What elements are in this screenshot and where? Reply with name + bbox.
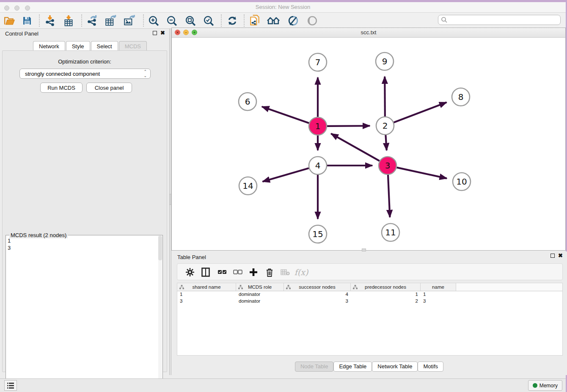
edge-3-1[interactable] bbox=[331, 134, 379, 161]
table-toolbar: f(x) bbox=[177, 263, 563, 280]
column-header-shared-name[interactable]: shared name bbox=[177, 283, 236, 291]
column-header-successor-nodes[interactable]: successor nodes bbox=[284, 283, 351, 291]
table-row[interactable]: 3 dominator 3 2 3 bbox=[177, 298, 562, 305]
delete-column-trash-icon[interactable] bbox=[263, 266, 276, 279]
cell-name[interactable]: 1 bbox=[421, 291, 456, 298]
cell-successor-nodes[interactable]: 3 bbox=[284, 298, 351, 305]
close-window-button[interactable] bbox=[4, 6, 9, 11]
task-history-button[interactable] bbox=[4, 380, 17, 391]
search-input[interactable] bbox=[448, 17, 560, 23]
control-panel: Control Panel ✖ Network Style Select MCD… bbox=[0, 29, 169, 375]
zoom-in-icon[interactable] bbox=[147, 14, 160, 28]
save-session-icon[interactable] bbox=[20, 14, 34, 28]
duplicate-network-icon[interactable] bbox=[248, 14, 261, 28]
export-network-icon[interactable] bbox=[85, 14, 99, 28]
graph-node-label-6: 6 bbox=[245, 97, 250, 107]
network-maximize-icon[interactable]: + bbox=[192, 30, 197, 35]
network-canvas[interactable]: 7968124314101511 bbox=[172, 38, 565, 250]
mcds-result-title: MCDS result (2 nodes) bbox=[9, 232, 68, 238]
export-table-icon[interactable] bbox=[104, 14, 118, 28]
add-column-icon[interactable] bbox=[247, 266, 260, 279]
network-title: scc.txt bbox=[172, 28, 565, 37]
result-scrollbar[interactable] bbox=[158, 236, 162, 392]
cell-mcds-role[interactable]: dominator bbox=[236, 291, 284, 298]
memory-status-icon bbox=[533, 383, 537, 388]
zoom-out-icon[interactable] bbox=[165, 14, 179, 28]
cell-successor-nodes[interactable]: 4 bbox=[284, 291, 351, 298]
edge-3-11[interactable] bbox=[388, 175, 390, 217]
function-builder-icon[interactable]: f(x) bbox=[295, 266, 308, 279]
tab-node-table[interactable]: Node Table bbox=[295, 362, 334, 372]
select-all-rows-icon[interactable] bbox=[216, 266, 228, 279]
houses-icon[interactable] bbox=[267, 14, 280, 28]
toolbar-separator bbox=[244, 14, 245, 27]
open-file-icon[interactable] bbox=[3, 14, 16, 28]
float-panel-icon[interactable] bbox=[153, 31, 157, 35]
table-panel-title: Table Panel bbox=[177, 254, 206, 260]
cell-mcds-role[interactable]: dominator bbox=[236, 298, 284, 305]
edge-1-2[interactable] bbox=[327, 126, 370, 126]
graph-node-label-3: 3 bbox=[385, 160, 391, 171]
cell-shared-name[interactable]: 1 bbox=[177, 291, 236, 298]
cell-predecessor-nodes[interactable]: 1 bbox=[351, 291, 421, 298]
network-view-window: ✕ − + scc.txt 7968124314101511 bbox=[171, 28, 566, 251]
criterion-dropdown[interactable]: strongly connected component ⌃⌄ bbox=[19, 69, 151, 79]
horizontal-splitter-handle[interactable] bbox=[362, 248, 366, 251]
graph-node-label-8: 8 bbox=[458, 92, 464, 102]
edge-2-3[interactable] bbox=[385, 135, 386, 150]
edge-3-10[interactable] bbox=[396, 168, 446, 179]
tab-edge-table[interactable]: Edge Table bbox=[333, 362, 372, 372]
float-table-panel-icon[interactable] bbox=[550, 254, 555, 258]
graph-node-label-7: 7 bbox=[315, 57, 321, 67]
import-table-icon[interactable] bbox=[62, 14, 75, 28]
refresh-icon[interactable] bbox=[226, 14, 239, 28]
eye-icon[interactable] bbox=[306, 14, 319, 28]
close-panel-icon[interactable]: ✖ bbox=[160, 31, 165, 35]
search-field[interactable] bbox=[438, 15, 561, 25]
edge-1-6[interactable] bbox=[262, 107, 309, 123]
show-columns-icon[interactable] bbox=[199, 266, 212, 279]
memory-button[interactable]: Memory bbox=[528, 380, 562, 391]
search-icon bbox=[441, 17, 448, 23]
toolbar-separator bbox=[221, 14, 222, 27]
import-network-icon[interactable] bbox=[43, 14, 57, 28]
cell-predecessor-nodes[interactable]: 2 bbox=[351, 298, 421, 305]
zoom-fit-icon[interactable] bbox=[184, 14, 197, 28]
cell-shared-name[interactable]: 3 bbox=[177, 298, 236, 305]
mcds-result-text[interactable]: 1 3 bbox=[8, 237, 11, 251]
close-table-panel-icon[interactable]: ✖ bbox=[558, 254, 563, 258]
toolbar-separator bbox=[143, 14, 144, 27]
network-minimize-icon[interactable]: − bbox=[183, 30, 189, 35]
graph-node-label-15: 15 bbox=[312, 229, 323, 239]
zoom-selected-icon[interactable] bbox=[202, 14, 215, 28]
graph-node-label-4: 4 bbox=[315, 160, 321, 171]
graphics-details-icon[interactable] bbox=[286, 14, 300, 28]
tab-motifs[interactable]: Motifs bbox=[418, 362, 443, 372]
export-image-icon[interactable] bbox=[123, 14, 136, 28]
maximize-window-button[interactable] bbox=[25, 6, 30, 11]
column-header-predecessor-nodes[interactable]: predecessor nodes bbox=[351, 283, 421, 291]
edge-2-8[interactable] bbox=[394, 102, 447, 122]
tab-network-table[interactable]: Network Table bbox=[372, 362, 418, 372]
cell-name[interactable]: 3 bbox=[421, 298, 456, 305]
criterion-value: strongly connected component bbox=[25, 71, 100, 77]
mcds-result-box: MCDS result (2 nodes) 1 3 bbox=[6, 235, 163, 392]
graph-node-label-14: 14 bbox=[242, 181, 253, 191]
edge-2-9[interactable] bbox=[385, 77, 385, 116]
table-settings-gear-icon[interactable] bbox=[184, 266, 196, 279]
graph-node-label-1: 1 bbox=[315, 121, 321, 131]
network-window-titlebar[interactable]: ✕ − + scc.txt bbox=[172, 28, 565, 38]
network-close-icon[interactable]: ✕ bbox=[175, 30, 180, 35]
toolbar-separator bbox=[39, 14, 40, 27]
edge-4-14[interactable] bbox=[263, 168, 309, 182]
run-mcds-button[interactable]: Run MCDS bbox=[40, 83, 83, 93]
column-header-name[interactable]: name bbox=[421, 283, 456, 291]
graph-node-label-10: 10 bbox=[456, 177, 467, 187]
close-panel-button[interactable]: Close panel bbox=[86, 83, 132, 93]
table-row[interactable]: 1 dominator 4 1 1 bbox=[177, 291, 562, 298]
node-table: shared name MCDS role successor nodes pr… bbox=[177, 283, 563, 356]
deselect-all-rows-icon[interactable] bbox=[231, 266, 244, 279]
column-header-mcds-role[interactable]: MCDS role bbox=[236, 283, 284, 291]
minimize-window-button[interactable] bbox=[14, 6, 19, 11]
delete-table-icon[interactable] bbox=[279, 266, 292, 279]
